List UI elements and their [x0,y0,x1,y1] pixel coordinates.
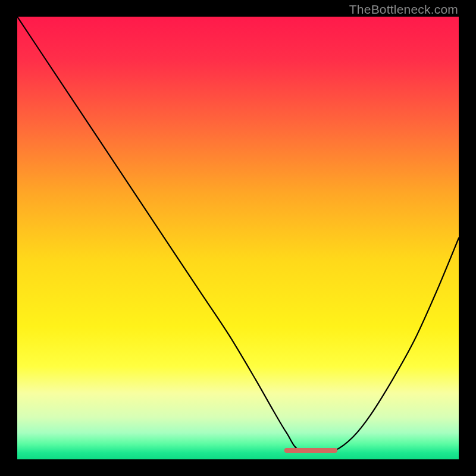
plot-area [17,17,459,459]
chart-frame: TheBottleneck.com [0,0,476,476]
bottleneck-curve [17,17,459,459]
watermark-text: TheBottleneck.com [349,2,458,17]
